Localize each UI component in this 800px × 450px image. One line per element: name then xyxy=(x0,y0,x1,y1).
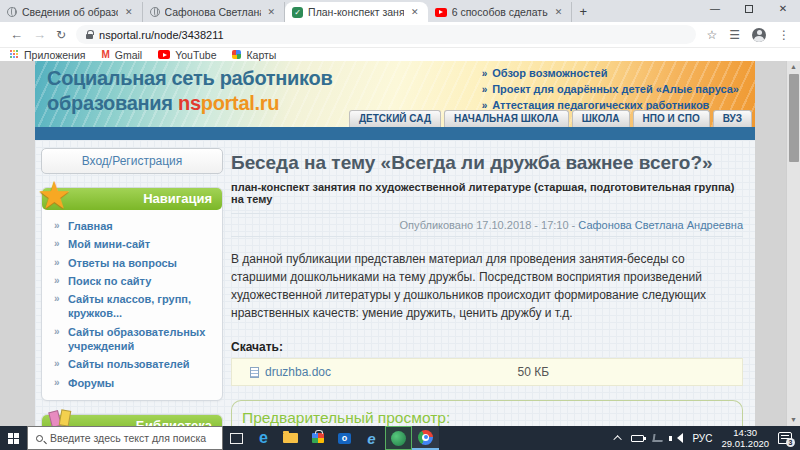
page-scrollbar[interactable]: ▲ ▼ xyxy=(786,61,800,426)
scroll-down-icon[interactable]: ▼ xyxy=(787,414,800,426)
window-controls: — ✕ xyxy=(698,0,800,20)
site-title[interactable]: Социальная сеть работников образования n… xyxy=(47,66,332,116)
sidebar-item-moy-mini-sayt[interactable]: Мой мини-сайт xyxy=(54,235,214,253)
menu-icon[interactable]: ⋮ xyxy=(778,28,790,42)
tray-expand-icon[interactable] xyxy=(614,435,622,443)
browser-tab-active[interactable]: ✓ План-конспект занятия по ху ✕ xyxy=(285,2,428,22)
task-view-button[interactable] xyxy=(223,426,250,450)
store-button[interactable] xyxy=(304,426,331,450)
preview-section: Предварительный просмотр: Беседа на тему… xyxy=(231,400,743,426)
clock[interactable]: 14:30 29.01.2020 xyxy=(721,427,769,450)
clock-date: 29.01.2020 xyxy=(721,438,769,449)
start-button[interactable] xyxy=(0,426,27,450)
internet-explorer-icon: e xyxy=(367,431,375,446)
sidebar-item-otvety[interactable]: Ответы на вопросы xyxy=(54,254,214,272)
site-title-line1: Социальная сеть работников xyxy=(47,67,332,89)
browser-tab-2[interactable]: Сафонова Светлана Андреевн ✕ xyxy=(143,2,286,22)
battery-icon[interactable] xyxy=(631,435,644,442)
language-indicator[interactable]: РУС xyxy=(692,433,712,444)
article: Беседа на тему «Всегда ли дружба важнее … xyxy=(231,148,747,426)
forward-button[interactable]: → xyxy=(33,27,46,42)
sidebar-item-sayty-polzovateley[interactable]: Сайты пользователей xyxy=(54,355,214,373)
tab-title: План-конспект занятия по ху xyxy=(308,6,404,18)
clock-time: 14:30 xyxy=(733,427,757,438)
bookmark-label: Приложения xyxy=(24,49,85,61)
bookmark-star-icon[interactable]: ☆ xyxy=(706,28,717,42)
close-tab-icon[interactable]: ✕ xyxy=(553,6,565,18)
browser-tab-1[interactable]: Сведения об образовательной ✕ xyxy=(0,2,143,22)
nsportal-favicon-icon: ✓ xyxy=(292,7,303,18)
file-explorer-button[interactable] xyxy=(277,426,304,450)
profile-avatar-icon[interactable] xyxy=(752,28,766,42)
tab-nachalnaya-shkola[interactable]: НАЧАЛЬНАЯ ШКОЛА xyxy=(444,110,569,127)
screenshot-app-button[interactable] xyxy=(385,426,412,450)
sidebar-item-poisk[interactable]: Поиск по сайту xyxy=(54,272,214,290)
bookmark-gmail[interactable]: M Gmail xyxy=(101,49,142,61)
published-date: Опубликовано 17.10.2018 - 17:10 - xyxy=(400,219,579,231)
sidebar-item-sayty-klassov[interactable]: Сайты классов, групп, кружков... xyxy=(54,290,214,323)
divider xyxy=(231,213,743,214)
browser-tab-4[interactable]: 6 способов сделать скриншот ✕ xyxy=(428,2,573,22)
scrollbar-thumb[interactable] xyxy=(789,74,799,162)
bookmark-label: Карты xyxy=(246,49,276,61)
books-icon xyxy=(48,409,78,426)
minimize-button[interactable]: — xyxy=(698,0,732,20)
tab-title: 6 способов сделать скриншот xyxy=(452,6,548,18)
chrome-icon xyxy=(418,430,433,445)
folder-icon xyxy=(283,433,298,443)
lock-icon[interactable] xyxy=(86,34,93,39)
divider xyxy=(231,236,743,237)
library-header: Библиотека xyxy=(42,415,222,426)
reload-button[interactable]: ↻ xyxy=(56,28,66,42)
bookmarks-bar: Приложения M Gmail YouTube Карты xyxy=(0,48,800,61)
tab-npo-i-spo[interactable]: НПО И СПО xyxy=(633,110,710,127)
back-button[interactable]: ← xyxy=(10,27,23,42)
new-tab-button[interactable]: + xyxy=(572,2,594,22)
page-title: Беседа на тему «Всегда ли дружба важнее … xyxy=(231,152,743,174)
author-link[interactable]: Сафонова Светлана Андреевна xyxy=(578,219,743,231)
sidebar-item-sayty-uchrezhdeniy[interactable]: Сайты образовательных учреждений xyxy=(54,323,214,356)
header-link-overview[interactable]: Обзор возможностей xyxy=(482,66,739,82)
close-window-button[interactable]: ✕ xyxy=(766,0,800,20)
reading-list-icon[interactable]: ☰ xyxy=(729,28,740,42)
brand-portal: portal.ru xyxy=(201,92,279,114)
login-register-button[interactable]: Вход/Регистрация xyxy=(41,148,223,174)
sidebar-item-forumy[interactable]: Форумы xyxy=(54,374,214,392)
bookmark-maps[interactable]: Карты xyxy=(232,49,276,61)
bookmark-youtube[interactable]: YouTube xyxy=(158,49,216,61)
edge-button[interactable]: e xyxy=(250,426,277,450)
network-icon[interactable] xyxy=(653,434,664,442)
outlook-button[interactable]: o xyxy=(331,426,358,450)
close-tab-icon[interactable]: ✕ xyxy=(409,6,421,18)
document-icon xyxy=(250,367,259,378)
header-link-gifted-children[interactable]: Проект для одарённых детей «Алые паруса» xyxy=(482,82,739,98)
sidebar: Вход/Регистрация ★ Навигация Главная Мой… xyxy=(41,148,223,426)
maps-icon xyxy=(232,50,241,59)
speaker-icon[interactable] xyxy=(672,433,683,443)
internet-explorer-button[interactable]: e xyxy=(358,426,385,450)
close-tab-icon[interactable]: ✕ xyxy=(266,6,278,18)
search-input[interactable] xyxy=(50,432,214,444)
address-bar: ← → ↻ nsportal.ru/node/3438211 ☆ ☰ ⋮ xyxy=(0,22,800,48)
sidebar-item-glavnaya[interactable]: Главная xyxy=(54,217,214,235)
notification-badge: 3 xyxy=(786,438,795,447)
screenshot-app-icon xyxy=(391,431,406,446)
file-download-link[interactable]: druzhba.doc xyxy=(265,365,331,379)
tab-detskiy-sad[interactable]: ДЕТСКИЙ САД xyxy=(349,110,441,127)
bookmark-label: Gmail xyxy=(115,49,142,61)
url-input[interactable]: nsportal.ru/node/3438211 xyxy=(76,25,696,44)
library-box: Библиотека Поиск по библиотеке Аппликаци… xyxy=(41,414,223,426)
maximize-button[interactable] xyxy=(732,0,766,20)
navigation-title: Навигация xyxy=(143,191,212,206)
taskbar-search[interactable] xyxy=(27,426,223,450)
tab-title: Сведения об образовательной xyxy=(22,6,118,18)
scroll-up-icon[interactable]: ▲ xyxy=(787,61,800,73)
tab-shkola[interactable]: ШКОЛА xyxy=(572,110,630,127)
tab-vuz[interactable]: ВУЗ xyxy=(713,110,752,127)
navigation-list: Главная Мой мини-сайт Ответы на вопросы … xyxy=(42,210,222,394)
chrome-button[interactable] xyxy=(412,426,439,450)
gmail-icon: M xyxy=(101,49,109,60)
close-tab-icon[interactable]: ✕ xyxy=(123,6,135,18)
bookmark-apps[interactable]: Приложения xyxy=(10,49,85,61)
notification-center-icon[interactable]: 3 xyxy=(778,432,792,444)
